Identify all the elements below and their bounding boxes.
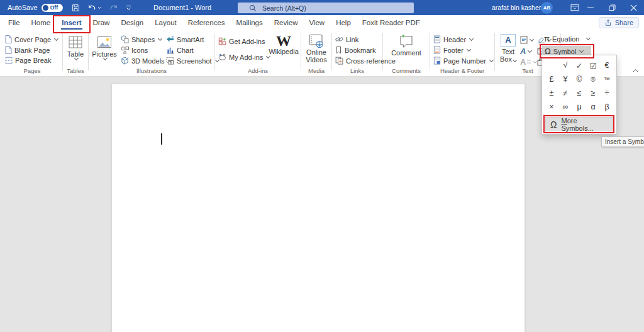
symbol-cell[interactable]: β [600, 100, 614, 114]
symbol-cell[interactable]: ™ [600, 72, 614, 86]
search-icon [249, 4, 257, 12]
chart-button[interactable]: Chart [164, 46, 212, 54]
symbol-cell[interactable]: £ [545, 72, 558, 86]
symbol-cell[interactable]: ± [545, 86, 558, 100]
tab-view[interactable]: View [303, 15, 330, 30]
table-button[interactable]: Table [64, 30, 87, 60]
avatar-initials: AB [543, 5, 551, 11]
header-icon [433, 35, 441, 43]
wordart-button[interactable]: A [520, 47, 537, 55]
comment-button[interactable]: Comment [384, 30, 428, 57]
symbol-cell[interactable] [545, 58, 558, 72]
drop-cap-button[interactable]: A [520, 58, 537, 66]
symbol-cell[interactable]: © [572, 72, 586, 86]
symbol-cell[interactable]: × [545, 100, 558, 114]
save-icon [72, 4, 80, 12]
footer-button[interactable]: Footer [431, 46, 493, 54]
tab-references[interactable]: References [182, 15, 231, 30]
icons-button[interactable]: Icons [119, 46, 164, 54]
symbol-cell[interactable]: ≠ [558, 86, 572, 100]
tab-file[interactable]: File [3, 15, 26, 30]
smartart-label: SmartArt [177, 36, 204, 43]
my-addins-button[interactable]: My Add-ins [216, 53, 269, 61]
tab-layout[interactable]: Layout [149, 15, 182, 30]
share-button[interactable]: Share [599, 17, 639, 28]
search-bar[interactable] [238, 3, 414, 13]
header-button[interactable]: Header [431, 35, 493, 43]
autosave-toggle[interactable]: Off [42, 4, 63, 12]
group-illustrations: Pictures Shapes Icons 3D Models [90, 30, 213, 76]
quick-parts-button[interactable] [520, 36, 537, 44]
ribbon-tabs: File Home Insert Draw Design Layout Refe… [0, 15, 644, 30]
save-button[interactable] [72, 4, 80, 12]
symbol-cell[interactable]: √ [558, 58, 572, 72]
tab-foxit-reader-pdf[interactable]: Foxit Reader PDF [357, 15, 426, 30]
close-button[interactable] [623, 0, 644, 15]
3d-models-button[interactable]: 3D Models [119, 57, 164, 65]
blank-page-button[interactable]: Blank Page [3, 46, 61, 54]
symbol-cell[interactable]: α [586, 100, 600, 114]
tab-home[interactable]: Home [26, 15, 57, 30]
cross-reference-button[interactable]: Cross-reference [333, 57, 381, 65]
drop-cap-lines-icon [527, 60, 531, 65]
link-icon [335, 35, 343, 43]
symbol-cell[interactable]: ≥ [586, 86, 600, 100]
redo-button[interactable] [109, 4, 118, 12]
bookmark-icon [335, 46, 342, 54]
undo-button[interactable] [87, 4, 102, 12]
symbol-dropdown: √ ✓ ☑ € £ ¥ © ® ™ ± ≠ ≤ ≥ ÷ × ∞ μ α β Ω … [541, 55, 617, 135]
document-page[interactable] [111, 84, 525, 332]
icons-label: Icons [131, 47, 148, 54]
redo-icon [109, 4, 118, 12]
symbol-label: Symbol [553, 48, 577, 55]
equation-button[interactable]: π Equation [542, 35, 596, 43]
symbol-cell[interactable]: ☑ [586, 58, 600, 72]
shapes-icon [121, 35, 129, 43]
cover-page-button[interactable]: Cover Page [3, 35, 61, 43]
shapes-button[interactable]: Shapes [119, 35, 164, 43]
tab-layout-label: Layout [155, 19, 177, 26]
tab-help[interactable]: Help [330, 15, 357, 30]
bookmark-button[interactable]: Bookmark [333, 46, 381, 54]
collapse-ribbon-button[interactable] [633, 69, 638, 72]
tab-home-label: Home [31, 19, 51, 26]
group-comments: Comment Comments [384, 30, 428, 76]
get-addins-button[interactable]: Get Add-ins [216, 37, 269, 45]
symbol-cell[interactable]: ÷ [600, 86, 614, 100]
symbol-cell[interactable]: μ [572, 100, 586, 114]
group-divider [301, 33, 301, 70]
minimize-button[interactable] [580, 0, 601, 15]
share-icon [604, 19, 612, 26]
symbol-cell[interactable]: ≤ [572, 86, 586, 100]
restore-button[interactable] [601, 0, 623, 15]
chevron-down-icon [103, 56, 107, 60]
avatar[interactable]: AB [541, 2, 553, 14]
symbol-cell[interactable]: ® [586, 72, 600, 86]
link-button[interactable]: Link [333, 35, 381, 43]
symbol-cell[interactable]: ∞ [558, 100, 572, 114]
symbol-cell[interactable]: ✓ [572, 58, 586, 72]
group-divider [331, 33, 332, 70]
online-videos-button[interactable]: Online Videos [303, 30, 330, 64]
autosave-state: Off [50, 4, 58, 11]
get-addins-label: Get Add-ins [229, 38, 265, 45]
search-input[interactable] [262, 4, 388, 12]
chart-icon [166, 46, 174, 54]
autosave-control[interactable]: AutoSave Off [8, 4, 63, 12]
symbol-cell[interactable]: ¥ [558, 72, 572, 86]
tab-review[interactable]: Review [269, 15, 304, 30]
tab-draw[interactable]: Draw [87, 15, 116, 30]
page-icon [5, 35, 12, 43]
symbol-cell[interactable]: € [600, 58, 614, 72]
tab-insert[interactable]: Insert [56, 15, 87, 30]
page-break-button[interactable]: Page Break [3, 57, 61, 64]
footer-icon [433, 46, 441, 54]
tab-references-label: References [188, 19, 225, 26]
page-number-button[interactable]: Page Number [431, 57, 493, 65]
tab-design[interactable]: Design [115, 15, 149, 30]
smartart-button[interactable]: SmartArt [164, 35, 212, 43]
quick-parts-icon [520, 36, 528, 44]
customize-quick-access-button[interactable] [126, 5, 131, 11]
tab-mailings[interactable]: Mailings [231, 15, 269, 30]
more-symbols-button[interactable]: Ω More Symbols... [545, 117, 613, 131]
